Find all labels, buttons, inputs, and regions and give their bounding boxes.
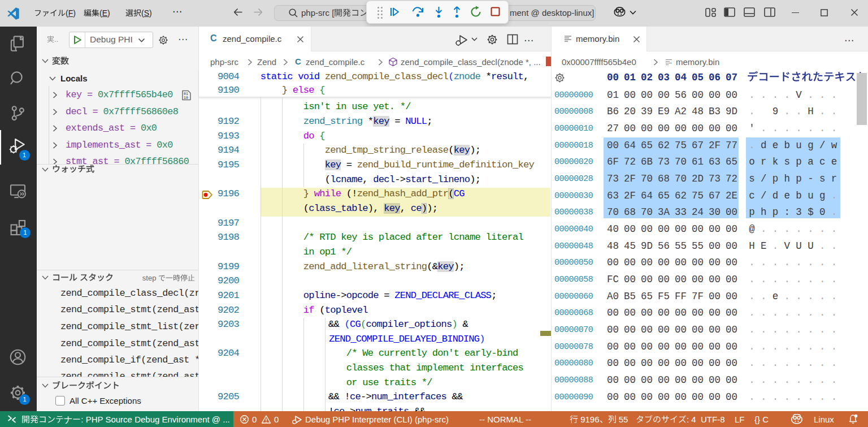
svg-text:01: 01 bbox=[184, 92, 188, 96]
svg-text:10: 10 bbox=[184, 96, 188, 100]
